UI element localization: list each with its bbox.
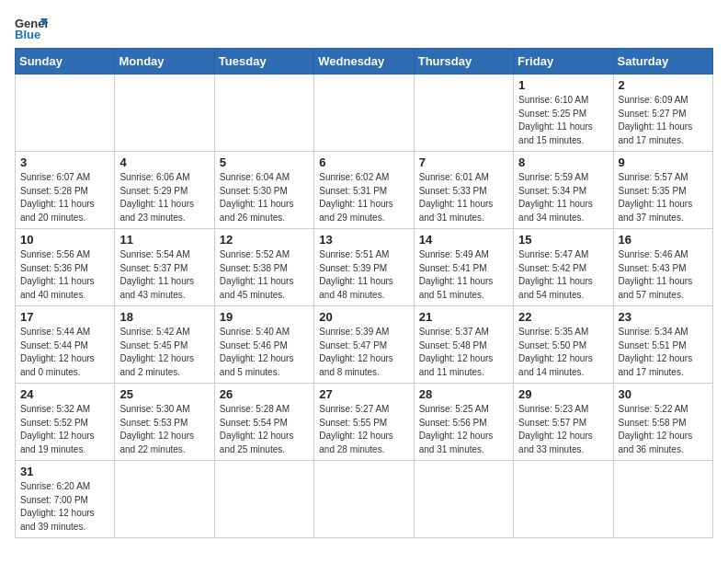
cell-date-number: 4 bbox=[119, 155, 209, 169]
cell-date-number: 18 bbox=[119, 310, 209, 324]
calendar-body: 1Sunrise: 6:10 AM Sunset: 5:25 PM Daylig… bbox=[16, 75, 713, 538]
calendar-cell: 11Sunrise: 5:54 AM Sunset: 5:37 PM Dayli… bbox=[115, 229, 214, 306]
calendar-cell: 30Sunrise: 5:22 AM Sunset: 5:58 PM Dayli… bbox=[613, 384, 712, 461]
cell-date-number: 19 bbox=[220, 310, 309, 324]
cell-date-number: 23 bbox=[619, 310, 708, 324]
cell-info-text: Sunrise: 5:37 AM Sunset: 5:48 PM Dayligh… bbox=[419, 326, 508, 379]
calendar-week-0: 1Sunrise: 6:10 AM Sunset: 5:25 PM Daylig… bbox=[16, 75, 713, 152]
cell-date-number: 29 bbox=[518, 387, 608, 401]
calendar-cell: 23Sunrise: 5:34 AM Sunset: 5:51 PM Dayli… bbox=[613, 306, 712, 384]
calendar-cell: 31Sunrise: 6:20 AM Sunset: 7:00 PM Dayli… bbox=[16, 461, 115, 538]
calendar-cell: 14Sunrise: 5:49 AM Sunset: 5:41 PM Dayli… bbox=[414, 229, 513, 306]
calendar-cell: 18Sunrise: 5:42 AM Sunset: 5:45 PM Dayli… bbox=[115, 306, 214, 384]
column-header-thursday: Thursday bbox=[414, 49, 513, 75]
cell-date-number: 28 bbox=[419, 387, 508, 401]
cell-info-text: Sunrise: 6:02 AM Sunset: 5:31 PM Dayligh… bbox=[319, 171, 408, 224]
calendar-cell bbox=[613, 461, 712, 538]
cell-info-text: Sunrise: 5:47 AM Sunset: 5:42 PM Dayligh… bbox=[518, 248, 608, 302]
cell-date-number: 13 bbox=[319, 233, 408, 247]
cell-date-number: 1 bbox=[518, 78, 608, 92]
calendar-week-2: 10Sunrise: 5:56 AM Sunset: 5:36 PM Dayli… bbox=[16, 229, 713, 306]
cell-info-text: Sunrise: 5:35 AM Sunset: 5:50 PM Dayligh… bbox=[518, 326, 608, 379]
cell-date-number: 25 bbox=[119, 387, 209, 401]
calendar-cell: 24Sunrise: 5:32 AM Sunset: 5:52 PM Dayli… bbox=[16, 384, 115, 461]
calendar-cell: 29Sunrise: 5:23 AM Sunset: 5:57 PM Dayli… bbox=[514, 384, 613, 461]
cell-info-text: Sunrise: 5:23 AM Sunset: 5:57 PM Dayligh… bbox=[518, 403, 608, 456]
cell-info-text: Sunrise: 5:56 AM Sunset: 5:36 PM Dayligh… bbox=[20, 248, 109, 302]
cell-date-number: 24 bbox=[20, 387, 109, 401]
cell-date-number: 5 bbox=[220, 155, 309, 169]
calendar-cell bbox=[115, 461, 214, 538]
calendar-cell: 17Sunrise: 5:44 AM Sunset: 5:44 PM Dayli… bbox=[16, 306, 115, 384]
cell-date-number: 26 bbox=[220, 387, 309, 401]
cell-info-text: Sunrise: 5:34 AM Sunset: 5:51 PM Dayligh… bbox=[619, 326, 708, 379]
calendar-week-1: 3Sunrise: 6:07 AM Sunset: 5:28 PM Daylig… bbox=[16, 152, 713, 229]
cell-info-text: Sunrise: 5:40 AM Sunset: 5:46 PM Dayligh… bbox=[220, 326, 309, 379]
cell-info-text: Sunrise: 5:52 AM Sunset: 5:38 PM Dayligh… bbox=[220, 248, 309, 302]
calendar-cell bbox=[214, 75, 313, 152]
cell-info-text: Sunrise: 5:32 AM Sunset: 5:52 PM Dayligh… bbox=[20, 403, 109, 456]
calendar-cell: 5Sunrise: 6:04 AM Sunset: 5:30 PM Daylig… bbox=[214, 152, 313, 229]
cell-info-text: Sunrise: 5:59 AM Sunset: 5:34 PM Dayligh… bbox=[518, 171, 608, 224]
cell-date-number: 2 bbox=[619, 78, 708, 92]
calendar-cell: 19Sunrise: 5:40 AM Sunset: 5:46 PM Dayli… bbox=[214, 306, 313, 384]
calendar-cell: 7Sunrise: 6:01 AM Sunset: 5:33 PM Daylig… bbox=[414, 152, 513, 229]
calendar-cell: 3Sunrise: 6:07 AM Sunset: 5:28 PM Daylig… bbox=[16, 152, 115, 229]
cell-info-text: Sunrise: 6:04 AM Sunset: 5:30 PM Dayligh… bbox=[220, 171, 309, 224]
cell-date-number: 9 bbox=[619, 155, 708, 169]
calendar-cell bbox=[214, 461, 313, 538]
cell-date-number: 6 bbox=[319, 155, 408, 169]
calendar-cell: 25Sunrise: 5:30 AM Sunset: 5:53 PM Dayli… bbox=[115, 384, 214, 461]
calendar-cell: 12Sunrise: 5:52 AM Sunset: 5:38 PM Dayli… bbox=[214, 229, 313, 306]
calendar-cell: 6Sunrise: 6:02 AM Sunset: 5:31 PM Daylig… bbox=[314, 152, 414, 229]
cell-date-number: 7 bbox=[419, 155, 508, 169]
header: General Blue bbox=[15, 15, 713, 40]
cell-info-text: Sunrise: 5:49 AM Sunset: 5:41 PM Dayligh… bbox=[419, 248, 508, 302]
cell-date-number: 17 bbox=[20, 310, 109, 324]
calendar-cell bbox=[16, 75, 115, 152]
calendar-week-3: 17Sunrise: 5:44 AM Sunset: 5:44 PM Dayli… bbox=[16, 306, 713, 384]
cell-date-number: 10 bbox=[20, 233, 109, 247]
cell-info-text: Sunrise: 6:20 AM Sunset: 7:00 PM Dayligh… bbox=[20, 480, 109, 534]
calendar-cell: 1Sunrise: 6:10 AM Sunset: 5:25 PM Daylig… bbox=[514, 75, 613, 152]
cell-info-text: Sunrise: 5:46 AM Sunset: 5:43 PM Dayligh… bbox=[619, 248, 708, 302]
calendar-cell: 20Sunrise: 5:39 AM Sunset: 5:47 PM Dayli… bbox=[314, 306, 414, 384]
logo-icon: General Blue bbox=[15, 15, 48, 40]
cell-info-text: Sunrise: 5:25 AM Sunset: 5:56 PM Dayligh… bbox=[419, 403, 508, 456]
cell-date-number: 27 bbox=[319, 387, 408, 401]
calendar-cell: 15Sunrise: 5:47 AM Sunset: 5:42 PM Dayli… bbox=[514, 229, 613, 306]
cell-info-text: Sunrise: 5:28 AM Sunset: 5:54 PM Dayligh… bbox=[220, 403, 309, 456]
cell-info-text: Sunrise: 5:54 AM Sunset: 5:37 PM Dayligh… bbox=[119, 248, 209, 302]
calendar-cell: 8Sunrise: 5:59 AM Sunset: 5:34 PM Daylig… bbox=[514, 152, 613, 229]
calendar-week-4: 24Sunrise: 5:32 AM Sunset: 5:52 PM Dayli… bbox=[16, 384, 713, 461]
calendar-cell: 4Sunrise: 6:06 AM Sunset: 5:29 PM Daylig… bbox=[115, 152, 214, 229]
column-header-sunday: Sunday bbox=[16, 49, 115, 75]
calendar-cell: 28Sunrise: 5:25 AM Sunset: 5:56 PM Dayli… bbox=[414, 384, 513, 461]
cell-info-text: Sunrise: 5:30 AM Sunset: 5:53 PM Dayligh… bbox=[119, 403, 209, 456]
calendar-cell bbox=[314, 75, 414, 152]
logo: General Blue bbox=[15, 15, 48, 40]
column-header-saturday: Saturday bbox=[613, 49, 712, 75]
cell-info-text: Sunrise: 5:51 AM Sunset: 5:39 PM Dayligh… bbox=[319, 248, 408, 302]
calendar-cell: 9Sunrise: 5:57 AM Sunset: 5:35 PM Daylig… bbox=[613, 152, 712, 229]
cell-date-number: 11 bbox=[119, 233, 209, 247]
calendar-cell bbox=[414, 75, 513, 152]
calendar-cell: 10Sunrise: 5:56 AM Sunset: 5:36 PM Dayli… bbox=[16, 229, 115, 306]
calendar-header-row: SundayMondayTuesdayWednesdayThursdayFrid… bbox=[16, 49, 713, 75]
calendar-cell: 26Sunrise: 5:28 AM Sunset: 5:54 PM Dayli… bbox=[214, 384, 313, 461]
cell-info-text: Sunrise: 5:22 AM Sunset: 5:58 PM Dayligh… bbox=[619, 403, 708, 456]
cell-date-number: 20 bbox=[319, 310, 408, 324]
cell-date-number: 31 bbox=[20, 465, 109, 478]
cell-info-text: Sunrise: 6:10 AM Sunset: 5:25 PM Dayligh… bbox=[518, 94, 608, 147]
cell-info-text: Sunrise: 5:57 AM Sunset: 5:35 PM Dayligh… bbox=[619, 171, 708, 224]
cell-date-number: 8 bbox=[518, 155, 608, 169]
column-header-friday: Friday bbox=[514, 49, 613, 75]
calendar-cell bbox=[514, 461, 613, 538]
cell-date-number: 30 bbox=[619, 387, 708, 401]
column-header-tuesday: Tuesday bbox=[214, 49, 313, 75]
cell-info-text: Sunrise: 6:09 AM Sunset: 5:27 PM Dayligh… bbox=[619, 94, 708, 147]
cell-info-text: Sunrise: 5:44 AM Sunset: 5:44 PM Dayligh… bbox=[20, 326, 109, 379]
cell-info-text: Sunrise: 5:27 AM Sunset: 5:55 PM Dayligh… bbox=[319, 403, 408, 456]
calendar-cell: 21Sunrise: 5:37 AM Sunset: 5:48 PM Dayli… bbox=[414, 306, 513, 384]
calendar-week-5: 31Sunrise: 6:20 AM Sunset: 7:00 PM Dayli… bbox=[16, 461, 713, 538]
